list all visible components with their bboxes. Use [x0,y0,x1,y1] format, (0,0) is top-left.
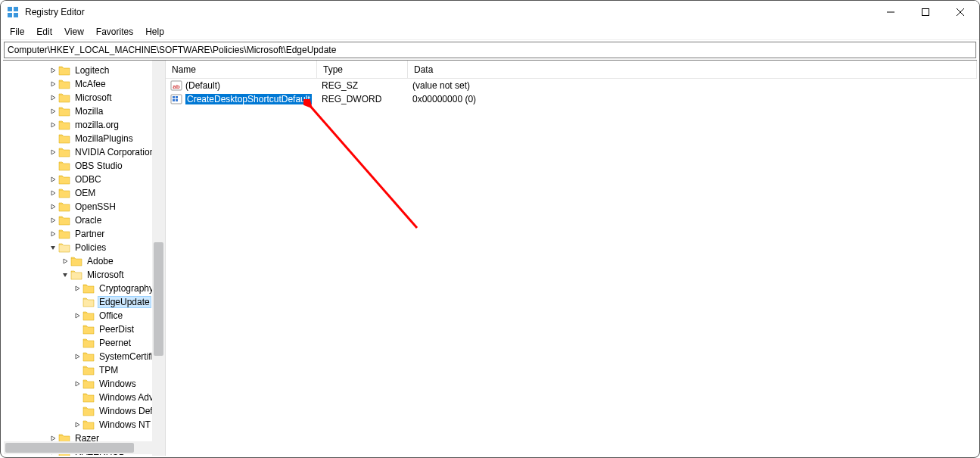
tree-item[interactable]: Windows Defender [3,404,165,418]
tree-item[interactable]: OpenSSH [3,200,165,213]
tree-item[interactable]: ODBC [3,173,165,186]
maximize-button[interactable] [908,1,943,23]
tree-item[interactable]: Cryptography [3,282,165,295]
chevron-right-icon[interactable] [48,201,58,212]
folder-icon [58,65,70,76]
chevron-right-icon[interactable] [48,174,58,185]
tree-item[interactable]: Logitech [3,64,165,77]
value-type: REG_SZ [317,80,408,91]
tree-item[interactable]: McAfee [3,77,165,91]
tree-item[interactable]: Adobe [3,254,165,268]
menu-file[interactable]: File [4,25,30,39]
tree-item[interactable]: SystemCertificates [3,350,165,363]
tree-item[interactable]: MozillaPlugins [3,132,165,145]
column-name[interactable]: Name [166,61,317,78]
chevron-down-icon[interactable] [48,242,58,253]
folder-icon [58,133,70,144]
chevron-right-icon[interactable] [48,215,58,226]
svg-rect-3 [14,13,18,17]
tree-label: Mozilla [73,106,104,117]
tree-item[interactable]: Windows NT [3,418,165,432]
value-row[interactable]: ab(Default)REG_SZ(value not set) [166,79,977,92]
chevron-down-icon[interactable] [60,270,70,280]
folder-icon [58,215,70,226]
chevron-none [48,133,58,144]
value-list-panel: Name Type Data ab(Default)REG_SZ(value n… [166,61,977,456]
chevron-right-icon[interactable] [48,92,58,103]
address-bar[interactable]: Computer\HKEY_LOCAL_MACHINE\SOFTWARE\Pol… [4,42,976,58]
chevron-right-icon[interactable] [72,379,82,389]
svg-rect-5 [922,9,929,16]
tree-label: mozilla.org [73,120,120,130]
folder-icon [82,379,95,389]
chevron-right-icon[interactable] [60,256,70,266]
registry-tree[interactable]: LogitechMcAfeeMicrosoftMozillamozilla.or… [3,61,165,456]
folder-icon [58,147,70,157]
folder-icon [58,79,70,89]
svg-rect-13 [173,99,175,101]
tree-item[interactable]: OEM [3,186,165,200]
folder-icon [82,351,95,362]
tree-label: ODBC [73,174,103,185]
folder-icon [58,174,70,185]
tree-item[interactable]: Windows [3,377,165,391]
tree-label: OBS Studio [73,160,124,171]
chevron-right-icon[interactable] [48,229,58,239]
menu-favorites[interactable]: Favorites [90,25,139,39]
tree-item[interactable]: Microsoft [3,268,165,282]
minimize-button[interactable] [873,1,908,23]
tree-label: TPM [98,365,120,375]
tree-horizontal-scrollbar[interactable] [4,441,160,454]
tree-item[interactable]: Mozilla [3,104,165,118]
window-title: Registry Editor [25,7,85,17]
folder-icon [58,106,70,117]
tree-item[interactable]: Office [3,309,165,322]
svg-rect-0 [8,7,12,11]
menu-view[interactable]: View [58,25,90,39]
tree-scrollbar[interactable] [152,61,165,456]
scrollbar-thumb[interactable] [154,242,163,356]
chevron-right-icon[interactable] [72,283,82,294]
folder-icon [82,283,95,294]
value-row[interactable]: CreateDesktopShortcutDefaultREG_DWORD0x0… [166,92,977,106]
chevron-right-icon[interactable] [48,79,58,89]
tree-item[interactable]: TPM [3,363,165,377]
tree-item[interactable]: PeerDist [3,322,165,336]
column-type[interactable]: Type [317,61,408,78]
tree-item[interactable]: Policies [3,241,165,254]
title-bar: Registry Editor [1,1,979,23]
svg-rect-2 [8,13,12,17]
chevron-right-icon[interactable] [48,120,58,130]
chevron-none [72,392,82,403]
chevron-right-icon[interactable] [48,106,58,117]
tree-item[interactable]: EdgeUpdate [3,295,165,309]
chevron-right-icon[interactable] [48,188,58,198]
column-data[interactable]: Data [408,61,977,78]
tree-item[interactable]: Windows Advanced Threat Protection [3,391,165,404]
chevron-right-icon[interactable] [72,310,82,321]
tree-item[interactable]: Partner [3,227,165,241]
tree-item[interactable]: Microsoft [3,91,165,104]
tree-item[interactable]: Oracle [3,213,165,227]
chevron-right-icon[interactable] [48,147,58,157]
chevron-right-icon[interactable] [72,419,82,430]
menu-help[interactable]: Help [139,25,170,39]
tree-label: Partner [73,229,106,239]
folder-icon [82,324,95,335]
chevron-right-icon[interactable] [72,351,82,362]
folder-icon [58,201,70,212]
value-type: REG_DWORD [317,94,408,104]
tree-item[interactable]: OBS Studio [3,159,165,173]
tree-label: McAfee [73,79,107,89]
close-button[interactable] [943,1,978,23]
tree-item[interactable]: mozilla.org [3,118,165,132]
tree-item[interactable]: Peernet [3,336,165,350]
folder-icon [82,419,95,430]
binary-value-icon [170,93,182,105]
scrollbar-thumb[interactable] [5,443,134,453]
menu-edit[interactable]: Edit [30,25,58,39]
chevron-right-icon[interactable] [48,65,58,76]
tree-label: Microsoft [73,92,114,103]
tree-item[interactable]: NVIDIA Corporation [3,145,165,159]
svg-text:ab: ab [173,83,179,90]
